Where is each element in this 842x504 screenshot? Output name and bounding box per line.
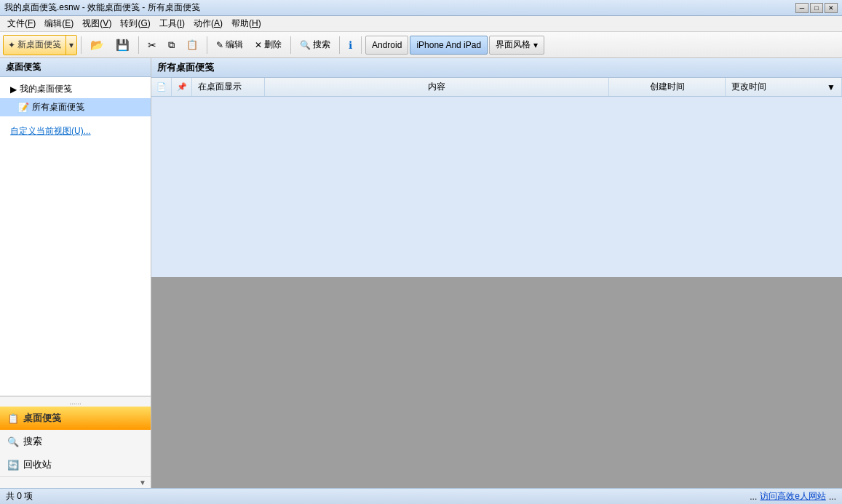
android-button[interactable]: Android	[365, 36, 408, 55]
folder-closed-icon: ▶	[10, 84, 17, 95]
separator-1	[81, 36, 82, 54]
cut-icon: ✂	[148, 39, 156, 51]
col-header-created[interactable]: 创建时间	[609, 78, 726, 96]
status-website-link[interactable]: 访问高效e人网站	[760, 490, 826, 503]
notes-nav-icon: 📋	[7, 413, 19, 424]
sidebar-scroll-down-icon[interactable]: ▼	[139, 479, 146, 487]
status-bar: 共 0 项 ... 访问高效e人网站 ...	[0, 488, 842, 504]
open-button[interactable]: 📂	[85, 35, 109, 55]
notes-icon: 📝	[17, 102, 29, 113]
separator-4	[290, 36, 291, 54]
status-count: 共 0 项	[6, 490, 33, 503]
dropdown-chevron-icon: ▾	[533, 40, 538, 50]
menu-file[interactable]: 文件(F)	[3, 16, 40, 31]
nav-item-trash[interactable]: 🔄 回收站	[0, 453, 151, 476]
title-text: 我的桌面便笺.esnw - 效能桌面便笺 - 所有桌面便笺	[4, 1, 200, 14]
search-button[interactable]: 🔍 搜索	[295, 35, 335, 55]
col-header-content[interactable]: 内容	[265, 78, 609, 96]
search-nav-icon: 🔍	[7, 436, 19, 447]
menu-tools[interactable]: 工具(I)	[155, 16, 189, 31]
main-area: 桌面便笺 ▶ 我的桌面便笺 📝 所有桌面便笺 自定义当前视图(U)... ...…	[0, 58, 842, 488]
menu-edit[interactable]: 编辑(E)	[40, 16, 78, 31]
delete-button[interactable]: ✕ 删除	[250, 35, 287, 55]
copy-button[interactable]: ⧉	[163, 35, 180, 55]
separator-6	[361, 36, 362, 54]
save-button[interactable]: 💾	[111, 35, 135, 55]
new-dropdown-button[interactable]: ▾	[66, 35, 76, 55]
new-icon: ✦	[8, 40, 15, 50]
content-panel: 所有桌面便笺 📄 📌 在桌面显示 内容 创建时间	[151, 58, 842, 488]
new-note-button[interactable]: ✦ 新桌面便笺	[4, 35, 66, 55]
minimize-button[interactable]: ─	[795, 3, 809, 13]
close-button[interactable]: ✕	[825, 3, 838, 13]
sidebar-content: ▶ 我的桌面便笺 📝 所有桌面便笺 自定义当前视图(U)...	[0, 77, 151, 396]
preview-pane	[151, 277, 842, 488]
status-extra-icon: ...	[829, 492, 836, 502]
col-sort-icon: ▼	[827, 82, 835, 92]
col-header-pinned[interactable]: 📌	[172, 78, 192, 96]
col-header-display[interactable]: 在桌面显示	[192, 78, 265, 96]
cut-button[interactable]: ✂	[143, 35, 162, 55]
toolbar: ✦ 新桌面便笺 ▾ 📂 💾 ✂ ⧉ 📋 ✎ 编辑 ✕ 删除 🔍 搜索 ℹ	[0, 32, 842, 58]
edit-button[interactable]: ✎ 编辑	[211, 35, 248, 55]
search-icon: 🔍	[300, 40, 311, 50]
info-icon: ℹ	[349, 39, 352, 51]
menu-help[interactable]: 帮助(H)	[227, 16, 266, 31]
iphone-button[interactable]: iPhone And iPad	[410, 36, 488, 55]
copy-icon: ⧉	[168, 39, 175, 51]
folder-icon: 📂	[90, 39, 104, 52]
sidebar-bottom: ...... 📋 桌面便笺 🔍 搜索 🔄 回收站 ▼	[0, 396, 151, 488]
separator-3	[207, 36, 207, 54]
separator-2	[138, 36, 139, 54]
nav-item-notes[interactable]: 📋 桌面便笺	[0, 407, 151, 430]
delete-icon: ✕	[255, 40, 262, 50]
status-right: ... 访问高效e人网站 ...	[750, 490, 836, 503]
dropdown-arrow-icon: ▾	[69, 40, 74, 50]
table-body	[151, 97, 842, 277]
info-button[interactable]: ℹ	[343, 35, 357, 55]
status-separator: ...	[750, 492, 757, 502]
restore-button[interactable]: □	[810, 3, 823, 13]
customize-view-link[interactable]: 自定义当前视图(U)...	[0, 122, 151, 140]
table-header: 📄 📌 在桌面显示 内容 创建时间 更改时间 ▼	[151, 78, 842, 97]
col-header-icon[interactable]: 📄	[151, 78, 172, 96]
style-dropdown[interactable]: 界面风格 ▾	[489, 36, 544, 55]
menu-goto[interactable]: 转到(G)	[116, 16, 154, 31]
menu-bar: 文件(F) 编辑(E) 视图(V) 转到(G) 工具(I) 动作(A) 帮助(H…	[0, 16, 842, 32]
sidebar-header: 桌面便笺	[0, 58, 151, 77]
trash-nav-icon: 🔄	[7, 460, 19, 471]
paste-button[interactable]: 📋	[181, 35, 203, 55]
paste-icon: 📋	[186, 39, 198, 50]
separator-5	[339, 36, 340, 54]
menu-view[interactable]: 视图(V)	[78, 16, 116, 31]
sidebar-item-allnotes[interactable]: 📝 所有桌面便笺	[0, 98, 151, 116]
content-header: 所有桌面便笺	[151, 58, 842, 78]
menu-action[interactable]: 动作(A)	[189, 16, 227, 31]
edit-icon: ✎	[216, 40, 223, 50]
col-pinned-symbol: 📌	[177, 82, 187, 92]
save-icon: 💾	[116, 39, 130, 52]
nav-scroll-indicator: ......	[0, 396, 151, 407]
col-icon-symbol: 📄	[156, 82, 167, 92]
col-header-modified[interactable]: 更改时间 ▼	[726, 78, 842, 96]
nav-item-search[interactable]: 🔍 搜索	[0, 430, 151, 453]
table-area[interactable]: 📄 📌 在桌面显示 内容 创建时间 更改时间 ▼	[151, 78, 842, 277]
sidebar-item-mynotebook[interactable]: ▶ 我的桌面便笺	[0, 80, 151, 98]
window-controls: ─ □ ✕	[795, 3, 838, 13]
title-bar: 我的桌面便笺.esnw - 效能桌面便笺 - 所有桌面便笺 ─ □ ✕	[0, 0, 842, 16]
sidebar: 桌面便笺 ▶ 我的桌面便笺 📝 所有桌面便笺 自定义当前视图(U)... ...…	[0, 58, 151, 488]
